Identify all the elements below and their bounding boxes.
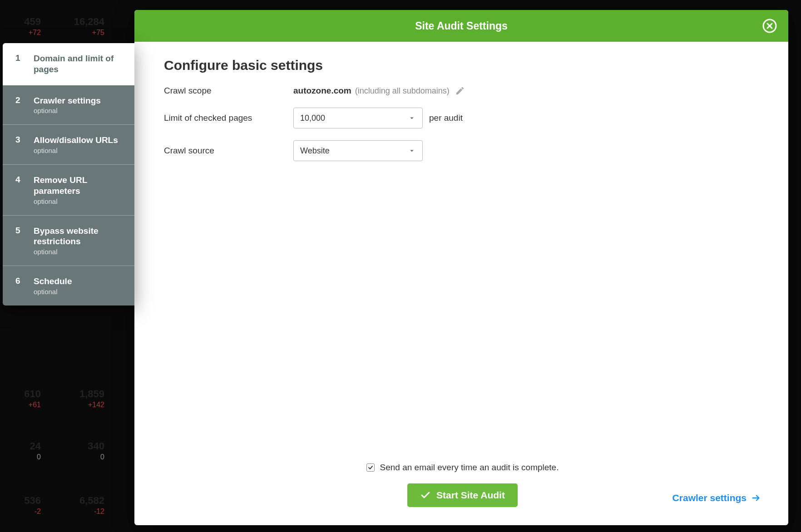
cell-delta: +61 bbox=[5, 401, 41, 409]
step-number: 1 bbox=[15, 53, 24, 75]
modal-header: Site Audit Settings bbox=[134, 10, 788, 42]
step-title: Allow/disallow URLs bbox=[34, 135, 125, 146]
cell-value: 24 bbox=[5, 440, 41, 452]
cell-delta: +75 bbox=[68, 29, 104, 37]
cell-value: 536 bbox=[5, 495, 41, 507]
close-button[interactable] bbox=[762, 18, 777, 34]
modal-title: Site Audit Settings bbox=[415, 20, 508, 32]
crawl-source-value: Website bbox=[300, 146, 330, 156]
table-row: 2403400 bbox=[0, 433, 118, 468]
cell-delta: 0 bbox=[68, 453, 104, 461]
section-title: Configure basic settings bbox=[164, 58, 761, 73]
cell-value: 610 bbox=[5, 388, 41, 400]
arrow-right-icon bbox=[751, 493, 761, 503]
limit-value: 10,000 bbox=[300, 113, 325, 123]
crawl-source-select[interactable]: Website bbox=[293, 140, 423, 161]
step-optional-label: optional bbox=[34, 248, 125, 256]
limit-suffix: per audit bbox=[429, 113, 463, 123]
modal-body: Configure basic settings Crawl scope aut… bbox=[134, 42, 788, 525]
step-optional-label: optional bbox=[34, 147, 125, 154]
crawl-scope-domain: autozone.com bbox=[293, 86, 351, 96]
step-title: Remove URL parameters bbox=[34, 175, 125, 197]
cell-value: 1,859 bbox=[68, 388, 104, 400]
limit-row: Limit of checked pages 10,000 per audit bbox=[164, 108, 761, 128]
modal-footer: Send an email every time an audit is com… bbox=[164, 463, 761, 512]
email-checkbox-label: Send an email every time an audit is com… bbox=[380, 463, 559, 473]
crawl-source-label: Crawl source bbox=[164, 146, 293, 156]
next-link-label: Crawler settings bbox=[672, 493, 747, 503]
crawl-source-row: Crawl source Website bbox=[164, 140, 761, 161]
table-row: 459+7216,284+75 bbox=[0, 9, 118, 44]
table-row: 610+611,859+142 bbox=[0, 381, 118, 416]
email-checkbox[interactable] bbox=[366, 463, 375, 472]
sidebar-step-5[interactable]: 5Bypass website restrictionsoptional bbox=[3, 216, 134, 266]
check-icon bbox=[368, 465, 373, 470]
crawl-scope-label: Crawl scope bbox=[164, 86, 293, 96]
step-number: 2 bbox=[15, 95, 24, 115]
pencil-icon[interactable] bbox=[455, 86, 465, 96]
chevron-down-icon bbox=[408, 147, 416, 155]
cell-value: 6,582 bbox=[68, 495, 104, 507]
step-number: 6 bbox=[15, 276, 24, 296]
cell-delta: -2 bbox=[5, 507, 41, 516]
check-icon bbox=[420, 490, 431, 501]
sidebar-step-1[interactable]: 1Domain and limit of pages bbox=[3, 43, 134, 85]
cell-delta: +142 bbox=[68, 401, 104, 409]
sidebar-step-3[interactable]: 3Allow/disallow URLsoptional bbox=[3, 125, 134, 165]
sidebar-step-4[interactable]: 4Remove URL parametersoptional bbox=[3, 165, 134, 216]
crawl-scope-note: (including all subdomains) bbox=[355, 86, 450, 96]
cell-delta: +72 bbox=[5, 29, 41, 37]
start-site-audit-button[interactable]: Start Site Audit bbox=[407, 483, 518, 507]
step-title: Crawler settings bbox=[34, 95, 125, 106]
cell-value: 340 bbox=[68, 440, 104, 452]
step-optional-label: optional bbox=[34, 107, 125, 114]
step-title: Domain and limit of pages bbox=[34, 53, 125, 75]
email-notification-row: Send an email every time an audit is com… bbox=[164, 463, 761, 473]
crawler-settings-link[interactable]: Crawler settings bbox=[672, 493, 761, 503]
crawl-scope-value: autozone.com (including all subdomains) bbox=[293, 86, 465, 96]
site-audit-settings-modal: Site Audit Settings Configure basic sett… bbox=[134, 10, 788, 525]
step-optional-label: optional bbox=[34, 197, 125, 205]
limit-select[interactable]: 10,000 bbox=[293, 108, 423, 128]
start-button-label: Start Site Audit bbox=[436, 490, 505, 501]
sidebar-step-6[interactable]: 6Scheduleoptional bbox=[3, 266, 134, 305]
step-optional-label: optional bbox=[34, 288, 125, 296]
step-title: Schedule bbox=[34, 276, 125, 287]
step-number: 3 bbox=[15, 135, 24, 154]
chevron-down-icon bbox=[408, 114, 416, 122]
limit-label: Limit of checked pages bbox=[164, 113, 293, 123]
sidebar-step-2[interactable]: 2Crawler settingsoptional bbox=[3, 85, 134, 125]
step-number: 5 bbox=[15, 226, 24, 256]
table-row: 536-26,582-12 bbox=[0, 488, 118, 522]
step-number: 4 bbox=[15, 175, 24, 205]
step-title: Bypass website restrictions bbox=[34, 226, 125, 247]
cell-delta: -12 bbox=[68, 507, 104, 516]
wizard-sidebar: 1Domain and limit of pages2Crawler setti… bbox=[3, 43, 134, 305]
cell-value: 16,284 bbox=[68, 16, 104, 28]
cell-value: 459 bbox=[5, 16, 41, 28]
cell-delta: 0 bbox=[5, 453, 41, 461]
crawl-scope-row: Crawl scope autozone.com (including all … bbox=[164, 86, 761, 96]
close-icon bbox=[762, 18, 777, 34]
